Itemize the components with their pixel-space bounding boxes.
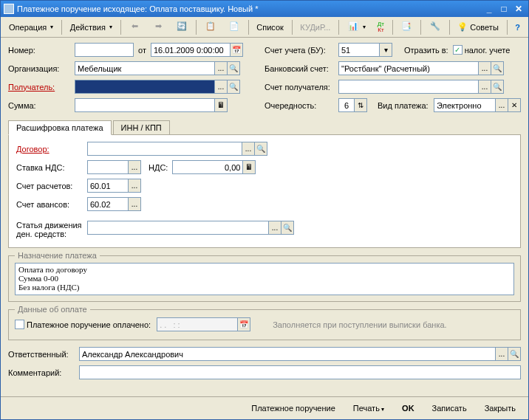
doc-button[interactable]: 📄 bbox=[223, 19, 245, 35]
magnifier-icon: 🔍 bbox=[493, 83, 502, 91]
close-button[interactable]: ✕ bbox=[512, 3, 525, 15]
recipient-label: Получатель: bbox=[8, 83, 75, 92]
recipient-acc-search-button[interactable]: 🔍 bbox=[491, 80, 504, 94]
operation-menu[interactable]: Операция bbox=[4, 19, 58, 35]
resp-select-button[interactable]: ... bbox=[495, 347, 508, 361]
minimize-button[interactable]: _ bbox=[482, 3, 496, 15]
recipient-select-button[interactable]: ... bbox=[214, 80, 228, 94]
calendar-icon: 📅 bbox=[239, 320, 248, 328]
refresh-icon: 🔄 bbox=[176, 21, 188, 33]
settings-button[interactable]: 🔧 bbox=[424, 19, 446, 35]
tab-panel-breakdown: Договор: ... 🔍 Ставка НДС: ... НДС: 🖩 Сч… bbox=[8, 135, 521, 248]
vat-label: НДС: bbox=[149, 163, 168, 172]
purpose-textarea[interactable] bbox=[15, 263, 514, 295]
paid-checkbox[interactable] bbox=[15, 320, 24, 329]
org-select-button[interactable]: ... bbox=[214, 61, 228, 75]
list-button[interactable]: Список bbox=[251, 19, 289, 35]
paid-date-input[interactable] bbox=[157, 317, 238, 331]
lightbulb-icon: 💡 bbox=[457, 22, 468, 32]
struct-button[interactable]: 📊 bbox=[342, 19, 371, 35]
tax-accounting-checkbox[interactable]: ✓ bbox=[453, 45, 463, 55]
org-input[interactable] bbox=[75, 61, 215, 75]
recipient-acc-select-button[interactable]: ... bbox=[478, 80, 491, 94]
actions-menu[interactable]: Действия bbox=[65, 19, 117, 35]
payinfo-fieldset: Данные об оплате Платежное поручение опл… bbox=[8, 305, 521, 340]
purpose-legend: Назначение платежа bbox=[15, 251, 100, 260]
contract-input[interactable] bbox=[87, 142, 242, 156]
close-footer-button[interactable]: Закрыть bbox=[478, 400, 522, 416]
payinfo-legend: Данные об оплате bbox=[15, 305, 90, 314]
priority-input[interactable] bbox=[338, 98, 355, 112]
magnifier-icon: 🔍 bbox=[493, 64, 502, 72]
magnifier-icon: 🔍 bbox=[283, 224, 292, 232]
recipient-search-button[interactable]: 🔍 bbox=[227, 80, 240, 94]
priority-spinner[interactable]: ⇅ bbox=[354, 98, 367, 112]
paid-label: Платежное поручение оплачено: bbox=[27, 320, 151, 329]
contract-select-button[interactable]: ... bbox=[242, 142, 255, 156]
number-input[interactable] bbox=[75, 43, 134, 57]
settings-icon: 🔧 bbox=[429, 21, 441, 33]
contract-search-button[interactable]: 🔍 bbox=[254, 142, 267, 156]
paid-date-picker-button[interactable]: 📅 bbox=[237, 317, 250, 331]
settle-acc-input[interactable] bbox=[87, 179, 129, 193]
account-bu-label: Счет учета (БУ): bbox=[264, 46, 338, 55]
paid-hint: Заполняется при поступлении выписки банк… bbox=[273, 320, 446, 329]
date-input[interactable] bbox=[151, 43, 231, 57]
vat-rate-input[interactable] bbox=[87, 160, 129, 174]
spinner-icon: ⇅ bbox=[358, 101, 364, 109]
tab-breakdown[interactable]: Расшифровка платежа bbox=[8, 120, 112, 135]
org-search-button[interactable]: 🔍 bbox=[227, 61, 240, 75]
advance-acc-select-button[interactable]: ... bbox=[128, 197, 141, 211]
nav-back-button[interactable]: ⬅ bbox=[123, 19, 146, 35]
vat-rate-select-button[interactable]: ... bbox=[128, 160, 141, 174]
priority-label: Очередность: bbox=[264, 101, 338, 110]
print-button[interactable]: Печать bbox=[347, 400, 391, 416]
kudip-button[interactable]: КУДиР... bbox=[295, 19, 335, 35]
magnifier-icon: 🔍 bbox=[229, 83, 238, 91]
calculator-icon: 🖩 bbox=[217, 101, 225, 109]
vat-calc-button[interactable]: 🖩 bbox=[242, 160, 256, 174]
post-button[interactable]: 📋 bbox=[199, 19, 222, 35]
account-bu-dropdown[interactable]: ▾ bbox=[379, 43, 392, 57]
bank-acc-select-button[interactable]: ... bbox=[478, 61, 491, 75]
pay-type-clear-button[interactable]: ✕ bbox=[508, 98, 521, 112]
sum-calc-button[interactable]: 🖩 bbox=[214, 98, 228, 112]
vat-input[interactable] bbox=[172, 160, 243, 174]
ddv-search-button[interactable]: 🔍 bbox=[281, 221, 294, 235]
help-icon: ? bbox=[515, 23, 520, 32]
nav-forward-button[interactable]: ➡ bbox=[147, 19, 169, 35]
ddv-input[interactable] bbox=[87, 221, 269, 235]
reflect-label: Отразить в: bbox=[404, 46, 448, 55]
bank-acc-search-button[interactable]: 🔍 bbox=[491, 61, 504, 75]
settle-acc-select-button[interactable]: ... bbox=[128, 179, 141, 193]
account-bu-input[interactable] bbox=[338, 43, 380, 57]
structure-icon: 📊 bbox=[347, 21, 359, 33]
pay-type-select-button[interactable]: ... bbox=[495, 98, 508, 112]
report-button[interactable]: 📑 bbox=[395, 19, 417, 35]
help-button[interactable]: ? bbox=[510, 19, 525, 35]
payorder-button[interactable]: Платежное поручение bbox=[245, 400, 342, 416]
tab-inn-kpp[interactable]: ИНН / КПП bbox=[113, 120, 170, 135]
pay-type-input[interactable] bbox=[434, 98, 496, 112]
sum-input[interactable] bbox=[75, 98, 215, 112]
date-picker-button[interactable]: 📅 bbox=[230, 43, 243, 57]
comment-input[interactable] bbox=[79, 365, 521, 379]
ddv-select-button[interactable]: ... bbox=[268, 221, 281, 235]
dtkt-button[interactable]: ДтКт bbox=[372, 19, 389, 35]
resp-search-button[interactable]: 🔍 bbox=[508, 347, 521, 361]
settle-acc-label: Счет расчетов: bbox=[16, 182, 87, 190]
save-button[interactable]: Записать bbox=[426, 400, 474, 416]
refresh-button[interactable]: 🔄 bbox=[171, 19, 193, 35]
arrow-right-icon: ➡ bbox=[152, 21, 164, 33]
resp-input[interactable] bbox=[79, 347, 496, 361]
recipient-input[interactable] bbox=[75, 80, 215, 94]
toolbar: Операция Действия ⬅ ➡ 🔄 📋 📄 Список КУДиР… bbox=[1, 17, 528, 38]
ok-button[interactable]: OK bbox=[395, 400, 421, 416]
tips-button[interactable]: 💡Советы bbox=[452, 19, 503, 35]
maximize-button[interactable]: □ bbox=[497, 3, 511, 15]
app-icon bbox=[4, 4, 14, 14]
bank-acc-input[interactable] bbox=[338, 61, 479, 75]
advance-acc-input[interactable] bbox=[87, 197, 129, 211]
recipient-acc-input[interactable] bbox=[338, 80, 479, 94]
footer: Платежное поручение Печать OK Записать З… bbox=[1, 396, 528, 419]
